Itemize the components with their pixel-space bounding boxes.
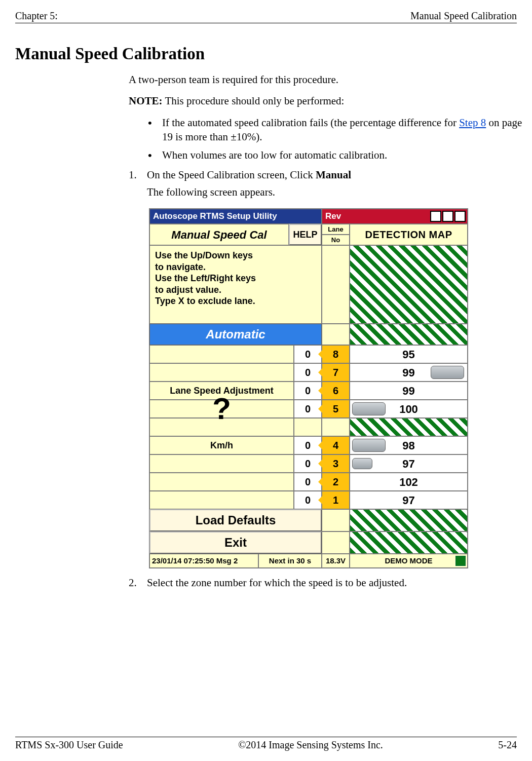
lane-no[interactable]: 5 [322, 400, 350, 418]
lane-no[interactable]: 1 [322, 491, 350, 509]
lane-value: 102 [350, 473, 468, 491]
hatch-area-top [350, 245, 468, 324]
lane-val-text: 99 [402, 384, 414, 399]
step2-number: 2. [129, 576, 137, 590]
step1-text-a: On the Speed Calibration screen, Click [147, 169, 316, 181]
footer-center: ©2014 Image Sensing Systems Inc. [238, 739, 383, 751]
close-icon[interactable]: × [454, 211, 466, 222]
spacer [322, 509, 350, 531]
automatic-button[interactable]: Automatic [149, 324, 322, 345]
step1-text-b: Manual [316, 169, 351, 181]
lane-value: 97 [350, 491, 468, 509]
status-voltage: 18.3V [322, 554, 350, 568]
instructions-text: Use the Up/Down keys to navigate. Use th… [149, 245, 322, 324]
lane-no[interactable]: 4 [322, 436, 350, 454]
step8-link[interactable]: Step 8 [459, 117, 486, 129]
lane-adj[interactable]: 0 [294, 473, 322, 491]
bullet-2: When volumes are too low for automatic c… [148, 148, 529, 162]
status-mode: DEMO MODE [350, 554, 468, 568]
lane-adj[interactable]: 0 [294, 454, 322, 473]
lane-adj[interactable]: 0 [294, 436, 322, 454]
lane-no[interactable]: 8 [322, 345, 350, 363]
kmh-label: Km/h [149, 436, 294, 454]
note-text: This procedure should only be performed: [163, 95, 345, 107]
spacer [322, 245, 350, 324]
load-defaults-button[interactable]: Load Defaults [149, 509, 322, 531]
footer-left: RTMS Sx-300 User Guide [15, 739, 123, 751]
note-label: NOTE: [129, 95, 163, 107]
lane-val-text: 102 [399, 475, 418, 490]
minimize-icon[interactable]: – [430, 211, 441, 222]
lane-no[interactable]: 7 [322, 363, 350, 382]
step1-follow: The following screen appears. [147, 186, 275, 198]
intro-text: A two-person team is required for this p… [129, 72, 529, 87]
hatch-area-mid [350, 418, 468, 436]
step1-number: 1. [129, 168, 137, 182]
spacer [322, 531, 350, 554]
lane-value: 99 [350, 382, 468, 400]
lane-val-text: 98 [402, 438, 414, 453]
lane-value: 98 [350, 436, 468, 454]
lane-no[interactable]: 3 [322, 454, 350, 473]
car-icon [352, 402, 386, 415]
status-next: Next in 30 s [258, 554, 322, 568]
spacer [294, 418, 322, 436]
hatch-area-bottom [350, 531, 468, 554]
question-mark: ? [149, 400, 294, 418]
window-title-right: Rev – □ × [322, 209, 468, 224]
left-blank [149, 454, 294, 473]
lane-value: 99 [350, 363, 468, 382]
lane-adj[interactable]: 0 [294, 491, 322, 509]
left-blank [149, 345, 294, 363]
hatch-area [350, 324, 468, 345]
car-icon [352, 439, 386, 452]
lane-adj[interactable]: 0 [294, 363, 322, 382]
header-right: Manual Speed Calibration [410, 10, 517, 22]
maximize-icon[interactable]: □ [442, 211, 453, 222]
lane-val-text: 99 [402, 365, 414, 380]
header-left: Chapter 5: [15, 10, 58, 22]
lane-header: Lane [322, 224, 350, 235]
lane-adj[interactable]: 0 [294, 345, 322, 363]
car-icon [431, 366, 464, 379]
lane-value: 95 [350, 345, 468, 363]
spacer [322, 418, 350, 436]
lane-adj[interactable]: 0 [294, 382, 322, 400]
window-title: Autoscope RTMS Setup Utility [149, 209, 322, 224]
lane-adj[interactable]: 0 [294, 400, 322, 418]
bullet-1: If the automated speed calibration fails… [148, 116, 529, 144]
detection-map-header: DETECTION MAP [350, 224, 468, 245]
lane-value: 100 [350, 400, 468, 418]
left-blank [149, 363, 294, 382]
bullet1-a: If the automated speed calibration fails… [162, 117, 459, 129]
section-title: Manual Speed Calibration [15, 45, 517, 63]
lane-no[interactable]: 6 [322, 382, 350, 400]
note-line: NOTE: This procedure should only be perf… [129, 94, 529, 108]
lane-no[interactable]: 2 [322, 473, 350, 491]
lane-val-text: 97 [402, 493, 414, 508]
footer-right: 5-24 [498, 739, 517, 751]
hatch-area-bottom [350, 509, 468, 531]
status-timestamp: 23/01/14 07:25:50 Msg 2 [149, 554, 258, 568]
status-indicator-icon [455, 556, 466, 566]
page-header: Chapter 5: Manual Speed Calibration [15, 10, 517, 23]
help-button[interactable]: HELP [289, 224, 322, 245]
lane-val-text: 95 [402, 347, 414, 362]
spacer [322, 324, 350, 345]
step2-text: Select the zone number for which the spe… [147, 577, 407, 589]
embedded-ui: Autoscope RTMS Setup Utility Rev – □ × M… [149, 208, 468, 568]
step-2: 2. Select the zone number for which the … [129, 576, 529, 590]
left-blank [149, 473, 294, 491]
left-blank [149, 491, 294, 509]
no-header: No [322, 235, 350, 245]
rev-label: Rev [325, 211, 341, 222]
lane-val-text: 97 [402, 456, 414, 472]
lane-value: 97 [350, 454, 468, 473]
lane-val-text: 100 [399, 402, 418, 417]
step-1: 1. On the Speed Calibration screen, Clic… [129, 168, 529, 200]
status-mode-text: DEMO MODE [385, 556, 432, 566]
panel-title: Manual Speed Cal [149, 224, 289, 245]
exit-button[interactable]: Exit [149, 531, 322, 554]
car-icon [352, 458, 372, 469]
page-footer: RTMS Sx-300 User Guide ©2014 Image Sensi… [15, 737, 517, 751]
